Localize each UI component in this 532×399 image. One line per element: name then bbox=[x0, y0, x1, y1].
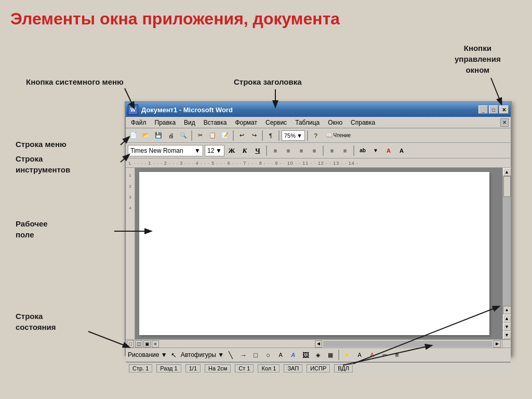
textbox-button[interactable]: A bbox=[275, 349, 286, 361]
menu-edit[interactable]: Правка bbox=[152, 118, 179, 127]
underline-button[interactable]: Ч bbox=[252, 145, 263, 156]
separator-3 bbox=[262, 130, 263, 141]
minimize-button[interactable]: _ bbox=[478, 105, 488, 114]
align-center-button[interactable]: ≡ bbox=[283, 145, 294, 156]
menu-bar: Файл Правка Вид Вставка Формат Сервис Та… bbox=[126, 117, 511, 128]
font-size-selector[interactable]: 12 ▼ bbox=[205, 145, 224, 156]
autoshapes-menu-btn[interactable]: Автофигуры ▼ bbox=[181, 351, 224, 358]
svg-line-2 bbox=[491, 78, 501, 104]
vertical-scrollbar[interactable]: ▲ ● ▲ ▼ ▼ bbox=[502, 168, 511, 339]
scroll-left-button[interactable]: ◀ bbox=[315, 340, 322, 348]
separator-5 bbox=[307, 130, 308, 141]
line-weight-button[interactable]: ≡ bbox=[391, 349, 403, 361]
font-color-button[interactable]: A bbox=[383, 145, 394, 156]
3d-effects-button[interactable]: ▦ bbox=[325, 349, 336, 361]
scrollbar-corner bbox=[502, 340, 511, 348]
menu-service[interactable]: Сервис bbox=[262, 118, 290, 127]
label-toolbar: Строкаинструментов bbox=[16, 153, 70, 175]
horizontal-scrollbar[interactable]: ◀ ▶ bbox=[314, 340, 502, 348]
rectangle-button[interactable]: □ bbox=[250, 349, 261, 361]
numbering-button[interactable]: ≡ bbox=[326, 145, 338, 156]
new-doc-button[interactable]: 📄 bbox=[128, 130, 139, 141]
line-tool-button[interactable]: ╲ bbox=[225, 349, 236, 361]
bold-button[interactable]: Ж bbox=[226, 145, 237, 156]
align-right-button[interactable]: ≡ bbox=[296, 145, 307, 156]
save-button[interactable]: 💾 bbox=[153, 130, 164, 141]
draw-menu-btn[interactable]: Рисование ▼ bbox=[128, 351, 167, 358]
scroll-prev-page-button[interactable]: ▲ bbox=[503, 314, 511, 323]
menu-file[interactable]: Файл bbox=[128, 118, 150, 127]
line-style-button[interactable]: ═ bbox=[379, 349, 390, 361]
scroll-next-page-button[interactable]: ▼ bbox=[503, 323, 511, 331]
wordart-button[interactable]: A bbox=[287, 349, 299, 361]
menu-window[interactable]: Окно bbox=[325, 118, 345, 127]
status-position: На 2см bbox=[205, 364, 231, 373]
font-color-draw-button[interactable]: A bbox=[366, 349, 378, 361]
menu-insert[interactable]: Вставка bbox=[201, 118, 230, 127]
font-selector[interactable]: Times New Roman ▼ bbox=[128, 145, 203, 156]
restore-button[interactable]: □ bbox=[489, 105, 498, 114]
menu-format[interactable]: Формат bbox=[232, 118, 260, 127]
ruler-vertical: 1 2 3 4 bbox=[126, 168, 135, 339]
status-page-of: 1/1 bbox=[185, 364, 201, 373]
bullets-button[interactable]: ≡ bbox=[339, 145, 351, 156]
bottom-scrollbar-area: □ ◫ ▣ ≡ ◀ ▶ bbox=[126, 339, 511, 348]
menu-view[interactable]: Вид bbox=[181, 118, 198, 127]
fill-color-button[interactable]: ▼ bbox=[341, 349, 353, 361]
undo-button[interactable]: ↩ bbox=[236, 130, 247, 141]
separator-4 bbox=[278, 130, 280, 141]
window-controls: _ □ ✕ bbox=[478, 105, 509, 114]
redo-button[interactable]: ↪ bbox=[248, 130, 260, 141]
status-pos2: Кол 1 bbox=[258, 364, 280, 373]
align-left-button[interactable]: ≡ bbox=[270, 145, 281, 156]
open-button[interactable]: 📂 bbox=[140, 130, 152, 141]
scroll-down-button[interactable]: ▼ bbox=[503, 331, 511, 339]
menu-close-button[interactable]: ✕ bbox=[500, 118, 509, 127]
paste-button[interactable]: 📝 bbox=[219, 130, 231, 141]
italic-button[interactable]: К bbox=[239, 145, 250, 156]
scroll-right-button[interactable]: ▶ bbox=[494, 340, 501, 348]
scroll-thumb-vertical[interactable] bbox=[503, 176, 511, 197]
ellipse-button[interactable]: ○ bbox=[262, 349, 274, 361]
cut-button[interactable]: ✂ bbox=[194, 130, 206, 141]
normal-view-button[interactable]: □ bbox=[127, 340, 134, 348]
outline-view-button[interactable]: ≡ bbox=[152, 340, 159, 348]
copy-button[interactable]: 📋 bbox=[207, 130, 218, 141]
clipart-button[interactable]: 🖼 bbox=[300, 349, 311, 361]
separator-1 bbox=[191, 130, 192, 141]
diagram-button[interactable]: ◈ bbox=[312, 349, 324, 361]
ruler-horizontal: L · · · · 1 · · · 2 · · · 3 · · · 4 · · … bbox=[126, 158, 511, 168]
font-name-value: Times New Roman bbox=[130, 147, 183, 154]
page-content-area bbox=[135, 168, 502, 339]
draw-sep-1 bbox=[338, 350, 339, 360]
ruler-content: L · · · · 1 · · · 2 · · · 3 · · · 4 · · … bbox=[128, 161, 509, 166]
web-view-button[interactable]: ◫ bbox=[135, 340, 142, 348]
justify-button[interactable]: ≡ bbox=[309, 145, 320, 156]
menu-help[interactable]: Справка bbox=[348, 118, 378, 127]
zoom-dropdown[interactable]: 75% ▼ bbox=[282, 130, 305, 141]
outdent-button[interactable]: ab bbox=[357, 145, 368, 156]
scroll-track-vertical bbox=[503, 176, 511, 306]
scroll-up-button[interactable]: ▲ bbox=[503, 168, 511, 176]
print-preview-button[interactable]: 🔍 bbox=[178, 130, 189, 141]
close-button[interactable]: ✕ bbox=[499, 105, 509, 114]
menu-table[interactable]: Таблица bbox=[292, 118, 323, 127]
help-button[interactable]: ? bbox=[310, 130, 322, 141]
label-control-buttons: Кнопкиуправленияокном bbox=[455, 43, 501, 75]
reading-button[interactable]: 📖 Чтение bbox=[323, 130, 354, 141]
format-sep-2 bbox=[323, 145, 324, 156]
print-button[interactable]: 🖨 bbox=[165, 130, 177, 141]
indent-button[interactable]: ▼ bbox=[370, 145, 381, 156]
status-ext: ВДЛ bbox=[334, 364, 353, 373]
paragraph-marks-button[interactable]: ¶ bbox=[265, 130, 276, 141]
select-browse-button[interactable]: ● bbox=[503, 306, 511, 314]
zoom-arrow-icon: ▼ bbox=[297, 132, 302, 139]
arrow-tool-button[interactable]: ↖ bbox=[168, 349, 180, 361]
document-area: 1 2 3 4 ▲ ● ▲ ▼ ▼ bbox=[126, 168, 511, 339]
highlight-button[interactable]: A bbox=[396, 145, 407, 156]
status-page: Стр. 1 bbox=[129, 364, 152, 373]
line-color-button[interactable]: A bbox=[354, 349, 365, 361]
arrow-draw-button[interactable]: → bbox=[237, 349, 249, 361]
status-rec: ЗАП bbox=[284, 364, 302, 373]
print-view-button[interactable]: ▣ bbox=[143, 340, 151, 348]
